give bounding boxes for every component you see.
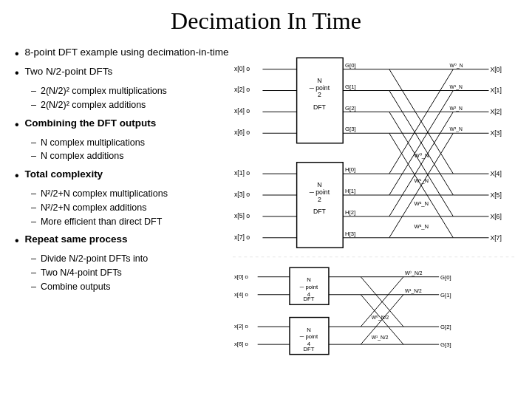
sub-item-2-2: 2(N/2)² complex additions (31, 98, 229, 112)
svg-text:G[0]: G[0] (345, 62, 356, 69)
bullet-dot-2: • (15, 66, 19, 80)
svg-text:G[3]: G[3] (345, 126, 356, 132)
bullet-dot-4: • (15, 169, 19, 183)
svg-text:H[1]: H[1] (345, 188, 355, 194)
svg-text:x[6] o: x[6] o (234, 129, 250, 136)
bullet-dot-5: • (15, 234, 19, 248)
svg-text:W⁰_N/2: W⁰_N/2 (372, 315, 389, 321)
svg-text:x[5] o: x[5] o (234, 212, 250, 219)
svg-text:DFT: DFT (313, 103, 327, 111)
bullet-4: • Total complexity (15, 168, 229, 183)
sub-item-4-3: More efficient than direct DFT (31, 215, 229, 229)
bullet-text-2: Two N/2-point DFTs (25, 65, 113, 79)
sub-item-5-3: Combine outputs (31, 280, 229, 294)
svg-text:W⁰_N: W⁰_N (450, 63, 463, 69)
sub-items-2: 2(N/2)² complex multiplications 2(N/2)² … (31, 84, 229, 112)
sub-item-5-1: Divide N/2-point DFTs into (31, 252, 229, 266)
bullet-dot-3: • (15, 118, 19, 132)
svg-text:x[0] o: x[0] o (234, 273, 248, 280)
sub-item-4-1: N²/2+N complex multiplications (31, 187, 229, 201)
bullet-3: • Combining the DFT outputs (15, 117, 229, 132)
sub-item-3-2: N complex additions (31, 149, 229, 163)
sub-item-3-1: N complex multiplications (31, 136, 229, 150)
svg-text:x[2] o: x[2] o (234, 323, 248, 330)
svg-text:X[2]: X[2] (490, 108, 501, 115)
svg-text:x[6] o: x[6] o (234, 341, 248, 347)
svg-text:x[4] o: x[4] o (234, 107, 250, 115)
svg-text:N: N (307, 327, 311, 333)
svg-text:X[5]: X[5] (490, 191, 501, 199)
svg-text:─ point: ─ point (299, 333, 318, 340)
svg-text:W³_N: W³_N (414, 223, 429, 230)
svg-text:G[1]: G[1] (345, 83, 356, 90)
bullet-5: • Repeat same process (15, 233, 229, 248)
svg-text:W⁰_N: W⁰_N (414, 152, 429, 159)
svg-text:DFT: DFT (304, 296, 315, 302)
svg-text:X[1]: X[1] (490, 86, 501, 94)
svg-text:W²_N: W²_N (450, 106, 463, 112)
slide-title: Decimation In Time (15, 7, 517, 35)
svg-text:─ point: ─ point (299, 284, 318, 290)
svg-text:X[4]: X[4] (490, 170, 501, 177)
svg-text:x[0] o: x[0] o (234, 65, 250, 72)
svg-text:H[3]: H[3] (345, 231, 355, 237)
svg-text:W¹_N: W¹_N (450, 84, 463, 90)
svg-text:x[4] o: x[4] o (234, 291, 248, 298)
content-area: • 8-point DFT example using decimation-i… (15, 42, 517, 394)
sub-items-3: N complex multiplications N complex addi… (31, 136, 229, 164)
left-panel: • 8-point DFT example using decimation-i… (15, 42, 229, 394)
svg-text:x[3] o: x[3] o (234, 191, 250, 198)
sub-item-2-1: 2(N/2)² complex multiplications (31, 84, 229, 98)
svg-text:X[7]: X[7] (490, 234, 501, 242)
svg-text:N: N (307, 276, 311, 283)
svg-text:2: 2 (318, 91, 321, 98)
svg-rect-29 (297, 163, 344, 248)
bullet-2: • Two N/2-point DFTs (15, 65, 229, 80)
svg-text:G[3]: G[3] (440, 341, 451, 348)
svg-text:N: N (317, 77, 321, 84)
bullet-text-3: Combining the DFT outputs (25, 117, 157, 131)
slide: Decimation In Time • 8-point DFT example… (0, 0, 532, 399)
svg-text:DFT: DFT (304, 346, 315, 352)
svg-text:G[0]: G[0] (440, 274, 451, 281)
sub-item-4-2: N²/2+N complex additions (31, 201, 229, 215)
svg-text:G[2]: G[2] (345, 105, 356, 112)
svg-text:X[0]: X[0] (490, 66, 501, 73)
diagram-svg: x[0] o x[2] o x[4] o x[6] o N ─ point 2 … (233, 42, 517, 394)
svg-text:─ point: ─ point (309, 188, 330, 196)
svg-text:G[2]: G[2] (440, 324, 451, 330)
svg-text:H[0]: H[0] (345, 166, 355, 173)
bullet-text-4: Total complexity (25, 168, 103, 182)
svg-rect-8 (297, 58, 344, 143)
svg-text:─ point: ─ point (309, 84, 330, 92)
svg-text:W⁰_N/2: W⁰_N/2 (405, 270, 423, 276)
svg-text:W²_N: W²_N (414, 200, 429, 207)
sub-items-4: N²/2+N complex multiplications N²/2+N co… (31, 187, 229, 228)
svg-text:x[7] o: x[7] o (234, 233, 250, 241)
bullet-1: • 8-point DFT example using decimation-i… (15, 46, 229, 61)
svg-text:G[1]: G[1] (440, 292, 451, 299)
svg-text:2: 2 (318, 196, 321, 203)
svg-text:x[2] o: x[2] o (234, 86, 250, 93)
svg-text:X[6]: X[6] (490, 213, 501, 220)
sub-items-5: Divide N/2-point DFTs into Two N/4-point… (31, 252, 229, 293)
svg-text:W³_N: W³_N (450, 126, 463, 132)
svg-text:W¹_N: W¹_N (414, 177, 429, 184)
bullet-dot-1: • (15, 47, 19, 61)
bullet-text-1: 8-point DFT example using decimation-in-… (25, 46, 229, 60)
bullet-text-5: Repeat same process (25, 233, 128, 247)
sub-item-5-2: Two N/4-point DFTs (31, 266, 229, 280)
right-panel: x[0] o x[2] o x[4] o x[6] o N ─ point 2 … (233, 42, 517, 394)
svg-text:N: N (317, 181, 321, 188)
svg-text:H[2]: H[2] (345, 209, 355, 216)
svg-text:W¹_N/2: W¹_N/2 (405, 288, 422, 294)
svg-text:W¹_N/2: W¹_N/2 (372, 335, 389, 341)
svg-text:X[3]: X[3] (490, 129, 501, 137)
svg-text:DFT: DFT (313, 208, 327, 215)
svg-text:x[1] o: x[1] o (234, 169, 250, 177)
